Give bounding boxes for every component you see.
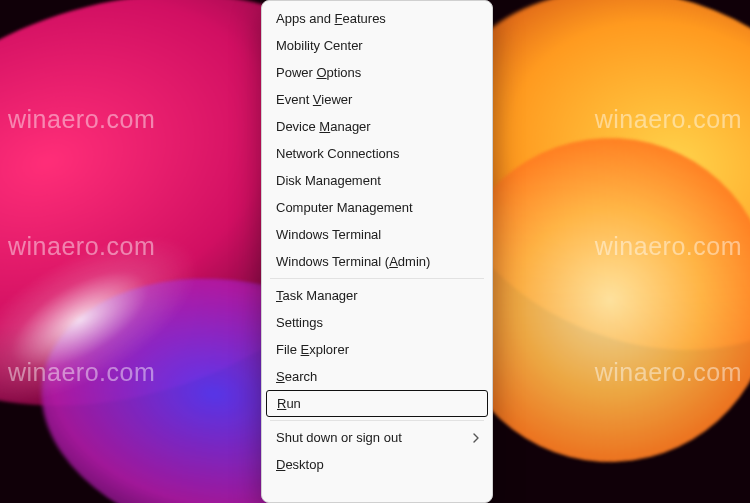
menu-item-shut-down-or-sign-out[interactable]: Shut down or sign out — [266, 424, 488, 451]
menu-item-label: Event Viewer — [276, 92, 352, 107]
menu-item-search[interactable]: Search — [266, 363, 488, 390]
menu-item-run[interactable]: Run — [266, 390, 488, 417]
menu-item-computer-management[interactable]: Computer Management — [266, 194, 488, 221]
menu-item-label: Search — [276, 369, 317, 384]
menu-item-disk-management[interactable]: Disk Management — [266, 167, 488, 194]
menu-item-power-options[interactable]: Power Options — [266, 59, 488, 86]
menu-item-label: Shut down or sign out — [276, 430, 402, 445]
menu-item-label: Power Options — [276, 65, 361, 80]
menu-item-apps-and-features[interactable]: Apps and Features — [266, 5, 488, 32]
menu-item-network-connections[interactable]: Network Connections — [266, 140, 488, 167]
menu-item-label: Disk Management — [276, 173, 381, 188]
menu-separator — [270, 420, 484, 421]
menu-item-mobility-center[interactable]: Mobility Center — [266, 32, 488, 59]
menu-item-label: File Explorer — [276, 342, 349, 357]
menu-item-label: Windows Terminal — [276, 227, 381, 242]
menu-item-windows-terminal[interactable]: Windows Terminal — [266, 221, 488, 248]
menu-item-label: Task Manager — [276, 288, 358, 303]
menu-item-label: Computer Management — [276, 200, 413, 215]
menu-item-label: Mobility Center — [276, 38, 363, 53]
chevron-right-icon — [472, 433, 480, 443]
menu-item-label: Settings — [276, 315, 323, 330]
menu-item-windows-terminal-admin[interactable]: Windows Terminal (Admin) — [266, 248, 488, 275]
menu-item-label: Network Connections — [276, 146, 400, 161]
desktop: winaero.com winaero.com winaero.com wina… — [0, 0, 750, 503]
menu-item-event-viewer[interactable]: Event Viewer — [266, 86, 488, 113]
menu-item-desktop[interactable]: Desktop — [266, 451, 488, 478]
winx-context-menu: Apps and FeaturesMobility CenterPower Op… — [261, 0, 493, 503]
menu-item-label: Apps and Features — [276, 11, 386, 26]
menu-item-file-explorer[interactable]: File Explorer — [266, 336, 488, 363]
menu-item-label: Windows Terminal (Admin) — [276, 254, 430, 269]
menu-item-label: Run — [277, 396, 301, 411]
menu-item-task-manager[interactable]: Task Manager — [266, 282, 488, 309]
menu-separator — [270, 278, 484, 279]
menu-item-device-manager[interactable]: Device Manager — [266, 113, 488, 140]
menu-item-label: Desktop — [276, 457, 324, 472]
menu-item-settings[interactable]: Settings — [266, 309, 488, 336]
menu-item-label: Device Manager — [276, 119, 371, 134]
